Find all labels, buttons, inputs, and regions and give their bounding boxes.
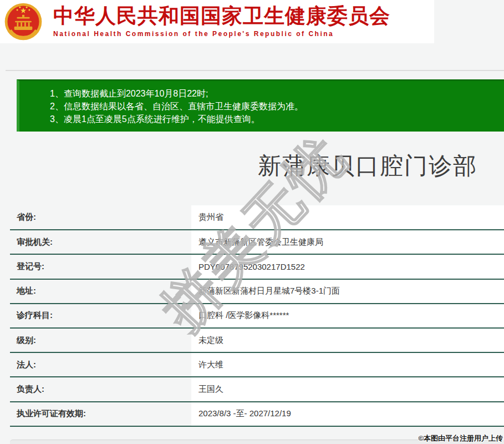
field-value: 新蒲新区新蒲村日月星城7号楼3-1门面 <box>191 279 504 304</box>
table-row-level: 级别: 未定级 <box>10 328 504 352</box>
field-label: 地址: <box>10 279 191 304</box>
site-title-chinese: 中华人民共和国国家卫生健康委员会 <box>53 6 390 27</box>
field-value: 王国久 <box>191 377 504 401</box>
query-notice-box: 1、查询数据截止到2023年10月8日22时; 2、信息数据结果以各省、自治区、… <box>17 79 504 132</box>
china-national-emblem-icon <box>4 2 42 42</box>
field-value: 口腔科 /医学影像科****** <box>191 304 504 328</box>
field-label: 诊疗科目: <box>10 304 191 328</box>
field-label: 审批机关: <box>10 230 191 254</box>
notice-line-2: 2、信息数据结果以各省、自治区、直辖市卫生健康委数据为准。 <box>50 100 498 113</box>
header-titles: 中华人民共和国国家卫生健康委员会 National Health Commiss… <box>53 6 390 38</box>
table-row-registration-number: 登记号: PDY00787952030217D1522 <box>10 254 504 279</box>
table-row-license-validity: 执业许可证有效期: 2023/8/3 -至- 2027/12/19 <box>10 402 504 426</box>
field-value: 未定级 <box>191 328 504 352</box>
site-header: 中华人民共和国国家卫生健康委员会 National Health Commiss… <box>0 0 434 43</box>
field-value: 许大维 <box>191 352 504 377</box>
table-row-person-in-charge: 负责人: 王国久 <box>10 377 504 401</box>
field-value: PDY00787952030217D1522 <box>191 254 504 279</box>
table-row-legal-person: 法人: 许大维 <box>10 352 504 377</box>
field-value: 遵义市新蒲新区管委会卫生健康局 <box>191 230 504 254</box>
field-value: 贵州省 <box>191 205 504 230</box>
field-label: 执业许可证有效期: <box>10 402 191 426</box>
field-label: 法人: <box>10 352 191 377</box>
table-row-approval-authority: 审批机关: 遵义市新蒲新区管委会卫生健康局 <box>10 230 504 254</box>
upload-attribution-watermark: ©本图由平台注册用户上传 <box>418 433 503 443</box>
table-row-province: 省份: 贵州省 <box>10 205 504 230</box>
field-label: 登记号: <box>10 254 191 279</box>
notice-line-3: 3、凌晨1点至凌晨5点系统进行维护，不能提供查询。 <box>50 113 498 125</box>
notice-line-1: 1、查询数据截止到2023年10月8日22时; <box>50 87 498 100</box>
table-row-clinical-subjects: 诊疗科目: 口腔科 /医学影像科****** <box>10 304 504 328</box>
header-divider <box>6 70 504 71</box>
institution-name-title: 新蒲康贝口腔门诊部 <box>258 150 477 181</box>
table-row-address: 地址: 新蒲新区新蒲村日月星城7号楼3-1门面 <box>10 279 504 304</box>
field-label: 负责人: <box>10 377 191 401</box>
institution-info-table: 省份: 贵州省 审批机关: 遵义市新蒲新区管委会卫生健康局 登记号: PDY00… <box>10 205 504 427</box>
field-label: 省份: <box>10 205 191 230</box>
field-value: 2023/8/3 -至- 2027/12/19 <box>191 402 504 426</box>
site-title-english: National Health Commission of the People… <box>53 30 390 38</box>
field-label: 级别: <box>10 328 191 352</box>
